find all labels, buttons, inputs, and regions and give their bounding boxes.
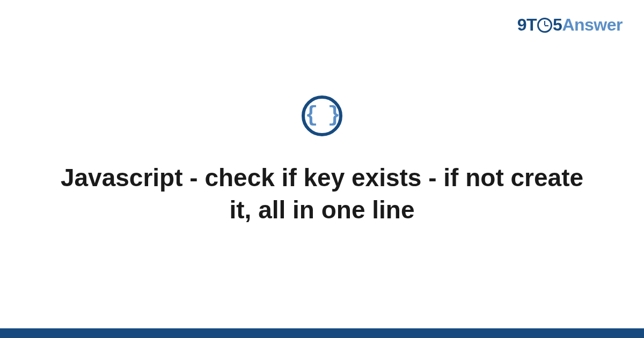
code-braces-glyph: { } (305, 105, 339, 127)
code-braces-icon: { } (302, 95, 342, 136)
page-title: Javascript - check if key exists - if no… (59, 162, 585, 226)
footer-bar (0, 328, 644, 338)
main-content: { } Javascript - check if key exists - i… (0, 0, 644, 338)
